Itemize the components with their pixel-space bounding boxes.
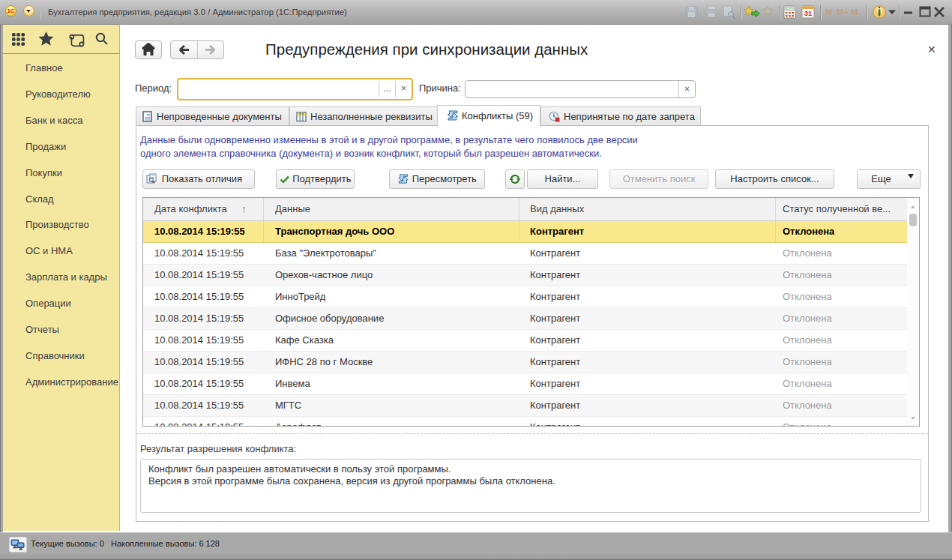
svg-text:31: 31 <box>804 9 813 17</box>
svg-text:M+: M+ <box>837 7 849 16</box>
svg-text:M-: M- <box>851 7 861 16</box>
svg-text:M: M <box>825 7 832 16</box>
